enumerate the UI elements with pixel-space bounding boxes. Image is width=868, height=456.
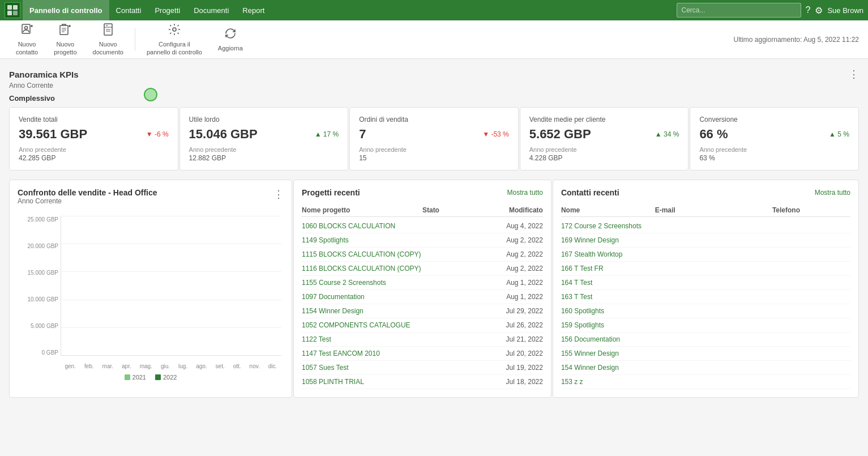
table-row[interactable]: 169 Winner Design bbox=[561, 233, 850, 248]
refresh-button[interactable]: Aggiorna bbox=[211, 24, 250, 54]
contact-name[interactable]: 153 z z bbox=[561, 378, 655, 386]
contact-name[interactable]: 160 Spotlights bbox=[561, 307, 655, 315]
new-contact-button[interactable]: Nuovocontatto bbox=[9, 20, 45, 58]
configure-dashboard-button[interactable]: Configura ilpannello di controllo bbox=[140, 20, 209, 58]
settings-icon[interactable]: ⚙ bbox=[815, 5, 823, 16]
table-row[interactable]: 155 Winner Design bbox=[561, 347, 850, 361]
table-row[interactable]: 1115 BLOCKS CALCULATION (COPY) Aug 2, 20… bbox=[302, 248, 543, 262]
contact-name[interactable]: 164 T Test bbox=[561, 279, 655, 287]
table-row[interactable]: 154 Winner Design bbox=[561, 361, 850, 375]
projects-list: 1060 BLOCKS CALCULATION Aug 4, 2022 1149… bbox=[302, 219, 543, 389]
projects-header: Progetti recenti Mostra tutto bbox=[302, 188, 543, 197]
table-row[interactable]: 1147 Test EANCOM 2010 Jul 20, 2022 bbox=[302, 347, 543, 361]
projects-table-header: Nome progetto Stato Modificato bbox=[302, 204, 543, 217]
col-status-label: Stato bbox=[422, 206, 482, 214]
project-modified: Jul 20, 2022 bbox=[482, 350, 542, 357]
kpi-prev-value: 15 bbox=[359, 154, 509, 162]
contact-name[interactable]: 159 Spotlights bbox=[561, 321, 655, 329]
nav-documenti[interactable]: Documenti bbox=[187, 0, 236, 20]
table-row[interactable]: 153 z z bbox=[561, 375, 850, 389]
project-modified: Jul 18, 2022 bbox=[482, 378, 542, 386]
refresh-icon bbox=[224, 27, 237, 44]
table-row[interactable]: 1052 COMPONENTS CATALOGUE Jul 26, 2022 bbox=[302, 318, 543, 333]
contact-name[interactable]: 166 T Test FR bbox=[561, 265, 655, 272]
contacts-show-all[interactable]: Mostra tutto bbox=[815, 189, 850, 197]
chart-menu-icon[interactable]: ⋮ bbox=[273, 188, 284, 201]
kpi-prev-label: Anno precedente bbox=[529, 146, 679, 153]
kpi-prev-value: 12.882 GBP bbox=[189, 154, 339, 162]
project-name[interactable]: 1052 COMPONENTS CATALOGUE bbox=[302, 321, 422, 329]
contact-name[interactable]: 156 Documentation bbox=[561, 335, 655, 343]
table-row[interactable]: 1154 Winner Design Jul 29, 2022 bbox=[302, 304, 543, 318]
table-row[interactable]: 1057 Sues Test Jul 19, 2022 bbox=[302, 361, 543, 375]
nav-menu: Pannello di controllo Contatti Progetti … bbox=[23, 0, 677, 20]
project-modified: Aug 2, 2022 bbox=[482, 250, 542, 258]
project-name[interactable]: 1147 Test EANCOM 2010 bbox=[302, 350, 422, 357]
contact-name[interactable]: 155 Winner Design bbox=[561, 350, 655, 357]
kpi-change: ▲ 17 % bbox=[315, 130, 339, 138]
table-row[interactable]: 164 T Test bbox=[561, 276, 850, 290]
contact-name[interactable]: 169 Winner Design bbox=[561, 236, 655, 244]
table-row[interactable]: 1058 PLINTH TRIAL Jul 18, 2022 bbox=[302, 375, 543, 389]
kpi-label: Vendite totali bbox=[19, 116, 169, 123]
kpi-prev-label: Anno precedente bbox=[189, 146, 339, 153]
kpi-prev-label: Anno precedente bbox=[699, 146, 849, 153]
kpi-value-row: 7 ▼ -53 % bbox=[359, 127, 509, 142]
table-row[interactable]: 160 Spotlights bbox=[561, 304, 850, 318]
contact-name[interactable]: 154 Winner Design bbox=[561, 364, 655, 372]
table-row[interactable]: 1122 Test Jul 21, 2022 bbox=[302, 333, 543, 347]
table-row[interactable]: 1097 Documentation Aug 1, 2022 bbox=[302, 290, 543, 304]
nav-pannello[interactable]: Pannello di controllo bbox=[23, 0, 109, 20]
legend-2021: 2021 bbox=[125, 374, 146, 381]
user-name[interactable]: Sue Brown bbox=[827, 6, 863, 15]
project-name[interactable]: 1058 PLINTH TRIAL bbox=[302, 378, 422, 386]
table-row[interactable]: 172 Course 2 Screenshots bbox=[561, 219, 850, 233]
table-row[interactable]: 166 T Test FR bbox=[561, 262, 850, 276]
svg-point-19 bbox=[173, 28, 176, 31]
col-phone-label: Telefono bbox=[772, 206, 850, 214]
table-row[interactable]: 163 T Test bbox=[561, 290, 850, 304]
svg-point-18 bbox=[106, 25, 108, 26]
project-name[interactable]: 1149 Spotlights bbox=[302, 236, 422, 244]
project-name[interactable]: 1155 Course 2 Screenshots bbox=[302, 279, 422, 287]
nav-progetti[interactable]: Progetti bbox=[148, 0, 187, 20]
contact-name[interactable]: 163 T Test bbox=[561, 293, 655, 301]
table-row[interactable]: 167 Stealth Worktop bbox=[561, 248, 850, 262]
project-name[interactable]: 1122 Test bbox=[302, 335, 422, 343]
configure-icon bbox=[168, 23, 181, 40]
kpi-menu-icon[interactable]: ⋮ bbox=[849, 68, 859, 80]
svg-rect-2 bbox=[7, 11, 12, 15]
new-document-button[interactable]: Nuovodocumento bbox=[86, 20, 130, 58]
kpi-card-vendite-totali: Vendite totali 39.561 GBP ▼ -6 % Anno pr… bbox=[9, 107, 178, 171]
project-name[interactable]: 1115 BLOCKS CALCULATION (COPY) bbox=[302, 250, 422, 258]
search-input[interactable] bbox=[677, 3, 801, 18]
project-name[interactable]: 1060 BLOCKS CALCULATION bbox=[302, 222, 422, 230]
table-row[interactable]: 1155 Course 2 Screenshots Aug 1, 2022 bbox=[302, 276, 543, 290]
toolbar: Nuovocontatto Nuovoprogetto bbox=[0, 20, 868, 59]
project-name[interactable]: 1116 BLOCKS CALCULATION (COPY) bbox=[302, 265, 422, 272]
project-modified: Aug 2, 2022 bbox=[482, 265, 542, 272]
table-row[interactable]: 1116 BLOCKS CALCULATION (COPY) Aug 2, 20… bbox=[302, 262, 543, 276]
nav-report[interactable]: Report bbox=[236, 0, 271, 20]
chart-panel-header: Confronto delle vendite - Head Office An… bbox=[18, 188, 284, 212]
chart-legend: 2021 2022 bbox=[18, 374, 284, 381]
project-name[interactable]: 1057 Sues Test bbox=[302, 364, 422, 372]
table-row[interactable]: 1060 BLOCKS CALCULATION Aug 4, 2022 bbox=[302, 219, 543, 233]
chart-area: 25.000 GBP 20.000 GBP 15.000 GBP 10.000 … bbox=[18, 216, 284, 369]
kpi-change: ▼ -6 % bbox=[146, 130, 169, 138]
table-row[interactable]: 159 Spotlights bbox=[561, 318, 850, 333]
project-name[interactable]: 1097 Documentation bbox=[302, 293, 422, 301]
nav-contatti[interactable]: Contatti bbox=[109, 0, 148, 20]
new-project-button[interactable]: Nuovoprogetto bbox=[47, 20, 83, 58]
table-row[interactable]: 156 Documentation bbox=[561, 333, 850, 347]
project-name[interactable]: 1154 Winner Design bbox=[302, 307, 422, 315]
projects-show-all[interactable]: Mostra tutto bbox=[507, 189, 543, 197]
project-modified: Aug 2, 2022 bbox=[482, 236, 542, 244]
legend-dot-2022 bbox=[155, 374, 161, 380]
kpi-label: Conversione bbox=[699, 116, 849, 123]
help-icon[interactable]: ? bbox=[806, 5, 811, 15]
legend-label-2022: 2022 bbox=[163, 374, 177, 381]
contact-name[interactable]: 167 Stealth Worktop bbox=[561, 250, 655, 258]
contact-name[interactable]: 172 Course 2 Screenshots bbox=[561, 222, 655, 230]
table-row[interactable]: 1149 Spotlights Aug 2, 2022 bbox=[302, 233, 543, 248]
